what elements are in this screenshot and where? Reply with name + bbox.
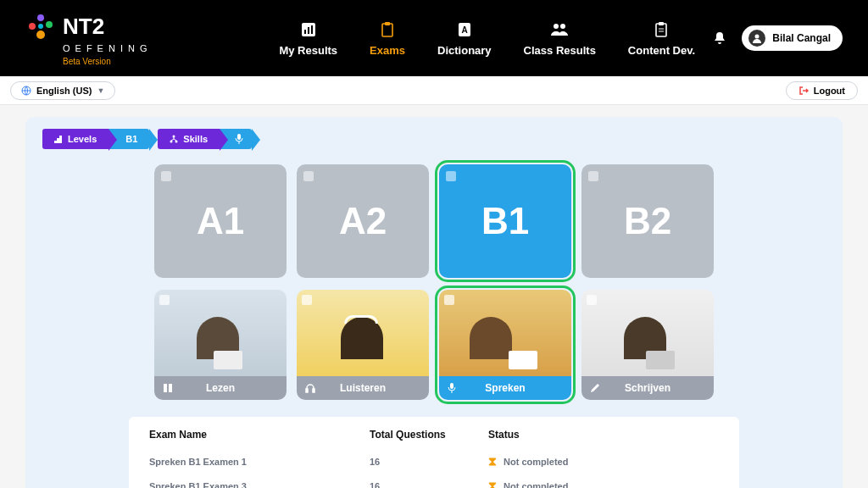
level-code: B2 (624, 200, 671, 242)
mic-icon (448, 383, 456, 393)
tile-badge-icon (159, 295, 170, 305)
user-menu[interactable]: Bilal Cangal (742, 25, 843, 51)
logout-icon (798, 86, 809, 96)
user-name: Bilal Cangal (772, 32, 831, 44)
svg-point-3 (29, 23, 36, 30)
level-code: A1 (197, 200, 244, 242)
skill-tile-lezen[interactable]: Lezen (154, 290, 287, 400)
table-row[interactable]: Spreken B1 Examen 1 16 ⧗Not completed (149, 449, 719, 474)
breadcrumb-label: Levels (68, 134, 97, 144)
brand-icon (25, 11, 56, 42)
brand-subtitle: OEFENING (63, 43, 152, 53)
level-tile-a2[interactable]: A2 (297, 164, 429, 278)
svg-point-2 (36, 30, 45, 39)
avatar-icon (748, 30, 765, 47)
svg-rect-22 (57, 138, 59, 143)
tile-badge-icon (588, 171, 598, 181)
svg-rect-23 (59, 136, 62, 143)
tile-badge-icon (161, 171, 171, 181)
notifications-icon[interactable] (713, 31, 726, 45)
svg-rect-15 (656, 24, 666, 36)
th-status: Status (488, 429, 624, 441)
level-tile-a1[interactable]: A1 (154, 164, 287, 278)
skill-tile-luisteren[interactable]: Luisteren (297, 290, 429, 400)
svg-rect-28 (306, 389, 308, 392)
th-name: Exam Name (149, 429, 370, 441)
svg-point-1 (46, 21, 53, 28)
book-a-icon: A (455, 20, 474, 39)
nav-label: Class Results (524, 44, 596, 57)
level-tile-b2[interactable]: B2 (581, 164, 714, 278)
breadcrumb-value: B1 (125, 134, 137, 144)
skill-label: Spreken (485, 382, 525, 394)
breadcrumb-skills[interactable]: Skills (158, 129, 252, 149)
hourglass-icon: ⧗ (488, 454, 497, 469)
svg-rect-29 (313, 389, 314, 392)
nav-exams[interactable]: Exams (370, 20, 405, 57)
svg-rect-8 (311, 25, 313, 34)
skill-image (581, 290, 714, 376)
main-nav: My Results Exams A Dictionary Class Resu… (279, 20, 695, 57)
tile-badge-icon (444, 295, 454, 305)
svg-rect-9 (382, 24, 392, 36)
breadcrumbs: Levels B1 Skills (42, 129, 826, 149)
tile-badge-icon (303, 171, 314, 181)
table-header: Exam Name Total Questions Status (149, 429, 719, 449)
cell-total: 16 (370, 457, 488, 467)
level-code: A2 (339, 200, 387, 242)
top-header: NT2 OEFENING Beta Version My Results Exa… (0, 0, 868, 76)
level-code: B1 (481, 200, 529, 242)
nav-label: Content Dev. (628, 44, 695, 57)
nav-content-dev[interactable]: Content Dev. (628, 20, 695, 57)
cell-name: Spreken B1 Examen 3 (149, 481, 370, 489)
level-tile-b1[interactable]: B1 (439, 164, 571, 278)
table-row[interactable]: Spreken B1 Examen 3 16 ⧗Not completed (149, 474, 719, 488)
nav-my-results[interactable]: My Results (279, 20, 337, 57)
svg-rect-30 (450, 383, 453, 389)
nav-label: Dictionary (437, 44, 492, 57)
skill-tile-spreken[interactable]: Spreken (439, 290, 571, 400)
cell-status: Not completed (504, 481, 568, 489)
skill-image (297, 290, 429, 376)
svg-point-19 (755, 35, 760, 39)
cell-status: Not completed (504, 457, 568, 467)
nav-dictionary[interactable]: A Dictionary (437, 20, 492, 57)
logo-block[interactable]: NT2 OEFENING Beta Version (25, 11, 152, 66)
tile-badge-icon (587, 295, 597, 305)
skills-grid: Lezen Luisteren Sp (42, 290, 826, 400)
hourglass-icon: ⧗ (488, 479, 497, 488)
sub-bar: English (US) ▼ Logout (0, 76, 868, 105)
people-icon (550, 20, 569, 39)
svg-point-13 (554, 24, 559, 29)
svg-rect-7 (308, 27, 309, 34)
svg-text:A: A (461, 25, 467, 35)
language-selector[interactable]: English (US) ▼ (10, 81, 115, 100)
svg-rect-21 (54, 141, 57, 143)
svg-point-0 (37, 14, 44, 21)
beta-label: Beta Version (63, 57, 152, 66)
clipboard-list-icon (652, 20, 670, 39)
nav-label: Exams (370, 44, 405, 57)
book-icon (163, 383, 173, 393)
stairs-icon (54, 135, 63, 143)
svg-rect-6 (304, 30, 306, 34)
main-panel: Levels B1 Skills (25, 117, 843, 488)
nav-label: My Results (279, 44, 337, 57)
breadcrumb-levels[interactable]: Levels B1 (42, 129, 149, 149)
svg-rect-10 (385, 22, 390, 25)
skill-image (154, 290, 287, 376)
skill-tile-schrijven[interactable]: Schrijven (581, 290, 714, 400)
clipboard-icon (378, 20, 397, 39)
skill-label: Lezen (206, 382, 235, 394)
tile-badge-icon (302, 295, 312, 305)
pencil-icon (590, 383, 600, 393)
skill-label: Luisteren (340, 382, 386, 394)
logout-button[interactable]: Logout (786, 81, 858, 100)
chevron-down-icon: ▼ (97, 86, 104, 95)
bar-chart-icon (299, 20, 318, 39)
cell-total: 16 (370, 481, 488, 489)
skill-label: Schrijven (625, 382, 670, 394)
levels-grid: A1 A2 B1 B2 (42, 164, 826, 278)
nav-class-results[interactable]: Class Results (524, 20, 596, 57)
logout-label: Logout (814, 86, 845, 96)
